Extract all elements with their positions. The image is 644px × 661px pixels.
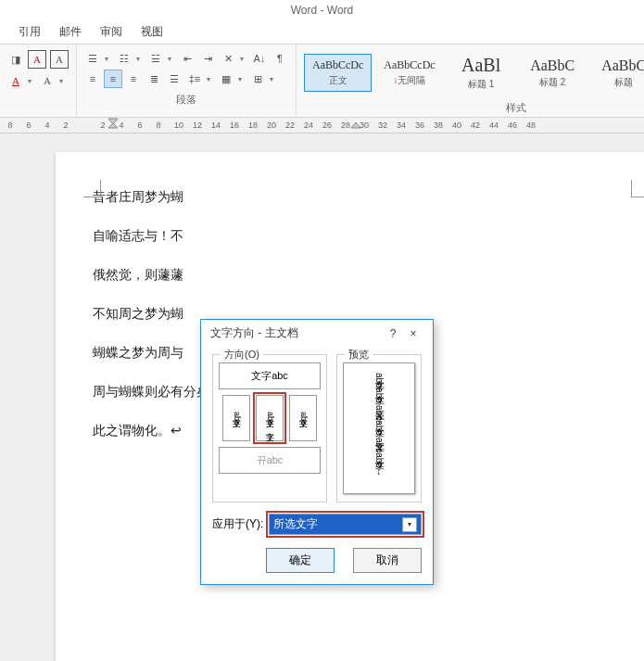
ruler: 8642246810121416182022242628303234363840… xyxy=(0,118,644,133)
dir-option-vertical-2[interactable]: 文字abc文字 xyxy=(256,395,284,441)
ruler-mark: 28 xyxy=(341,121,347,130)
style-↓无间隔[interactable]: AaBbCcDc↓无间隔 xyxy=(375,54,443,92)
dialog-title: 文字方向 - 主文档 xyxy=(210,325,298,341)
tab-view[interactable]: 视图 xyxy=(141,24,163,40)
dropdown-icon[interactable]: ▾ xyxy=(168,55,175,63)
group-font-label xyxy=(7,93,69,106)
borders-icon[interactable]: ⊞ xyxy=(249,70,266,87)
style-标题 2[interactable]: AaBbC标题 2 xyxy=(519,53,587,94)
ruler-mark: 32 xyxy=(378,121,384,130)
ribbon: ◨ A A A▾ A▾ ☰▾ ☷▾ ☱▾ ⇤ ⇥ ✕▾ A↓ ¶ ≡ ≡ ≡ ≣… xyxy=(0,44,644,118)
margin-corner-icon xyxy=(83,180,101,197)
numbering-icon[interactable]: ☷ xyxy=(116,50,133,67)
style-name: 标题 2 xyxy=(539,76,565,89)
char-border-icon[interactable]: A xyxy=(28,50,46,69)
ruler-mark: 44 xyxy=(489,121,495,130)
ruler-mark: 48 xyxy=(526,121,532,130)
margin-corner-icon xyxy=(631,180,644,197)
dropdown-icon[interactable]: ▾ xyxy=(207,75,214,83)
ruler-mark: 8 xyxy=(7,121,13,130)
dir-option-horizontal[interactable]: 文字abc xyxy=(219,362,321,389)
multilevel-icon[interactable]: ☱ xyxy=(147,50,164,67)
dir-option-flip[interactable]: 뀨abc xyxy=(219,447,321,474)
tab-mailings[interactable]: 邮件 xyxy=(59,24,82,40)
help-button[interactable]: ? xyxy=(383,327,403,340)
align-center-icon[interactable]: ≡ xyxy=(105,70,121,87)
eraser-icon[interactable]: ◨ xyxy=(7,51,24,68)
style-正文[interactable]: AaBbCcDc正文 xyxy=(304,54,372,92)
group-paragraph-label: 段落 xyxy=(84,91,288,107)
style-标题 1[interactable]: AaBl标题 1 xyxy=(448,50,515,95)
increase-indent-icon[interactable]: ⇥ xyxy=(199,50,216,67)
ruler-mark: 8 xyxy=(156,121,161,130)
text-direction-icon[interactable]: ✕ xyxy=(220,50,236,67)
document-area: 昔者庄周梦为蝴自喻适志与！不俄然觉，则蘧蘧不知周之梦为蝴蝴蝶之梦为周与周与蝴蝶则… xyxy=(0,133,644,661)
style-preview: AaBbCcDc xyxy=(384,58,435,72)
style-preview: AaBbCcDc xyxy=(312,58,363,72)
ribbon-tabs: 引用 邮件 审阅 视图 xyxy=(0,20,644,44)
line-spacing-icon[interactable]: ‡≡ xyxy=(186,70,203,87)
dropdown-icon[interactable]: ▾ xyxy=(270,75,277,83)
preview-group: 预览 文字abc文字abc文 字abc文字abc文字 abc文字abc→ xyxy=(336,354,422,502)
dir-option-vertical-3[interactable]: 文字abc xyxy=(289,395,317,441)
indent-marker-icon[interactable] xyxy=(107,118,119,131)
bullets-icon[interactable]: ☰ xyxy=(84,50,101,67)
text-line[interactable]: 昔者庄周梦为蝴 xyxy=(93,189,612,206)
dropdown-icon[interactable]: ▾ xyxy=(136,55,144,63)
style-preview: AaBbC xyxy=(530,57,575,74)
show-marks-icon[interactable]: ¶ xyxy=(271,50,288,67)
ruler-mark: 14 xyxy=(211,121,217,130)
ruler-mark: 6 xyxy=(26,121,32,130)
dropdown-icon[interactable]: ▾ xyxy=(59,77,67,85)
chevron-down-icon[interactable]: ▾ xyxy=(402,517,417,532)
ruler-mark: 42 xyxy=(471,121,476,130)
app-title: Word - Word xyxy=(0,0,644,20)
char-box-icon[interactable]: A xyxy=(50,50,69,69)
ruler-mark: 12 xyxy=(193,121,198,130)
tab-references[interactable]: 引用 xyxy=(19,24,41,40)
dropdown-icon[interactable]: ▾ xyxy=(238,75,246,83)
dropdown-icon[interactable]: ▾ xyxy=(240,55,247,63)
dropdown-icon[interactable]: ▾ xyxy=(105,55,112,63)
style-preview: AaBbC xyxy=(601,57,644,74)
ruler-mark: 6 xyxy=(137,121,143,130)
ruler-mark: 10 xyxy=(174,121,180,130)
text-line[interactable]: 自喻适志与！不 xyxy=(93,228,612,245)
preview-box: 文字abc文字abc文 字abc文字abc文字 abc文字abc→ xyxy=(343,362,415,494)
align-distribute-icon[interactable]: ☰ xyxy=(166,70,183,87)
text-line[interactable]: 俄然觉，则蘧蘧 xyxy=(93,267,612,284)
cancel-button[interactable]: 取消 xyxy=(353,548,422,573)
preview-text: 文字abc文字abc文 字abc文字abc文字 abc文字abc→ xyxy=(371,373,387,484)
ok-button[interactable]: 确定 xyxy=(266,548,335,573)
group-styles-label: 样式 xyxy=(304,99,644,115)
ruler-mark: 16 xyxy=(230,121,235,130)
dropdown-icon[interactable]: ▾ xyxy=(28,77,35,85)
tab-review[interactable]: 审阅 xyxy=(100,24,122,40)
style-标题[interactable]: AaBbC标题 xyxy=(590,53,644,94)
style-name: ↓无间隔 xyxy=(393,74,425,87)
font-color-icon[interactable]: A xyxy=(7,72,24,89)
ruler-mark: 4 xyxy=(44,121,50,130)
sort-icon[interactable]: A↓ xyxy=(251,50,268,67)
right-indent-marker-icon[interactable] xyxy=(350,118,361,131)
align-right-icon[interactable]: ≡ xyxy=(125,70,142,87)
char-shading-icon[interactable]: A xyxy=(39,72,56,89)
text-direction-dialog: 文字方向 - 主文档 ? × 方向(O) 文字abc 文字abc 文字abc文字… xyxy=(200,319,434,585)
apply-to-label: 应用于(Y): xyxy=(212,516,263,532)
preview-legend: 预览 xyxy=(345,348,373,362)
style-name: 正文 xyxy=(329,74,347,87)
styles-gallery: AaBbCcDc正文AaBbCcDc↓无间隔AaBl标题 1AaBbC标题 2A… xyxy=(304,50,644,95)
align-left-icon[interactable]: ≡ xyxy=(84,70,101,87)
apply-to-value: 所选文字 xyxy=(273,516,318,532)
ruler-mark: 20 xyxy=(267,121,272,130)
style-name: 标题 1 xyxy=(468,78,494,91)
apply-to-select[interactable]: 所选文字 ▾ xyxy=(269,514,422,535)
align-justify-icon[interactable]: ≣ xyxy=(145,70,162,87)
svg-marker-1 xyxy=(108,123,118,128)
decrease-indent-icon[interactable]: ⇤ xyxy=(179,50,196,67)
close-button[interactable]: × xyxy=(403,327,423,340)
style-preview: AaBl xyxy=(461,55,500,76)
shading-icon[interactable]: ▦ xyxy=(218,70,234,87)
dir-option-vertical-1[interactable]: 文字abc xyxy=(222,395,250,441)
direction-group: 方向(O) 文字abc 文字abc 文字abc文字 文字abc 뀨abc xyxy=(212,354,327,502)
